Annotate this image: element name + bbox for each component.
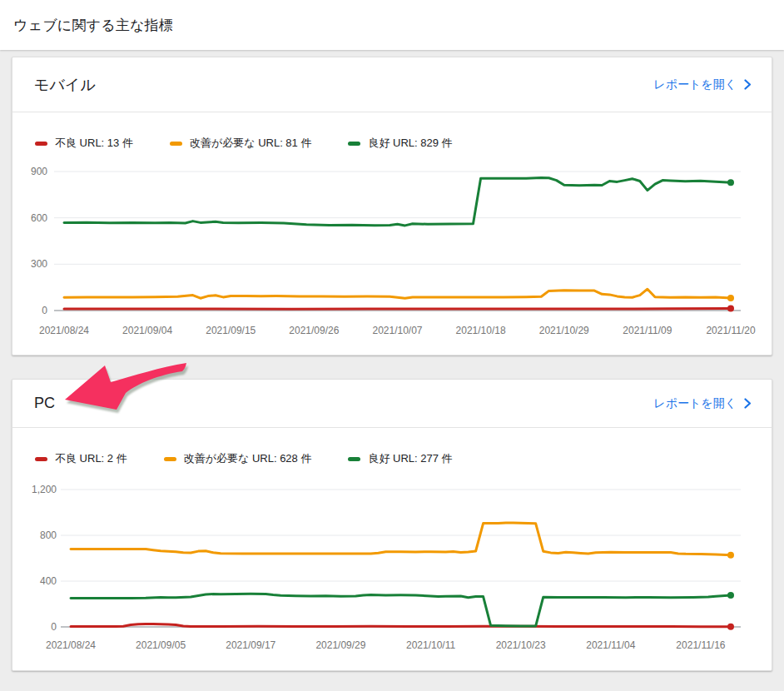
svg-text:2021/08/24: 2021/08/24 [46,639,96,651]
svg-text:900: 900 [31,166,47,177]
legend-label-needs-improvement: 改善が必要な URL: 81 件 [190,136,312,151]
card-mobile-header: モバイル レポートを開く [12,57,772,112]
svg-text:2021/11/16: 2021/11/16 [676,639,725,651]
card-pc-title: PC [34,395,55,412]
svg-text:2021/10/11: 2021/10/11 [406,639,455,651]
legend-swatch-poor [35,457,47,461]
legend-swatch-good [348,457,360,461]
svg-text:2021/09/15: 2021/09/15 [206,325,256,336]
svg-text:600: 600 [31,212,47,224]
open-report-link-pc[interactable]: レポートを開く [653,396,752,411]
svg-text:2021/11/09: 2021/11/09 [623,325,672,336]
card-mobile: モバイル レポートを開く 不良 URL: 13 件 改善が必要な URL: 81… [12,57,772,355]
chevron-right-icon [744,398,752,409]
svg-text:2021/11/20: 2021/11/20 [706,325,755,336]
chevron-right-icon [744,79,752,90]
legend-item-good[interactable]: 良好 URL: 829 件 [348,136,452,151]
legend-swatch-poor [35,142,47,146]
svg-text:2021/11/04: 2021/11/04 [586,639,635,651]
page-title: ウェブに関する主な指標 [13,16,173,35]
svg-text:2021/09/04: 2021/09/04 [122,325,172,336]
card-pc-header: PC レポートを開く [12,380,772,428]
svg-text:0: 0 [42,305,47,316]
page-header: ウェブに関する主な指標 [0,0,784,50]
svg-text:800: 800 [40,529,57,541]
svg-text:2021/10/07: 2021/10/07 [372,325,422,336]
legend-item-poor[interactable]: 不良 URL: 2 件 [35,451,127,466]
svg-text:2021/09/29: 2021/09/29 [315,639,365,651]
open-report-link-mobile[interactable]: レポートを開く [653,77,752,92]
svg-text:300: 300 [31,258,47,270]
legend-item-poor[interactable]: 不良 URL: 13 件 [35,136,133,151]
open-report-label: レポートを開く [653,77,737,92]
svg-text:2021/09/17: 2021/09/17 [226,639,275,651]
svg-text:2021/08/24: 2021/08/24 [39,325,89,336]
svg-text:2021/09/26: 2021/09/26 [289,325,339,336]
legend-item-needs-improvement[interactable]: 改善が必要な URL: 81 件 [170,136,312,151]
svg-text:2021/10/29: 2021/10/29 [539,325,589,336]
card-pc: PC レポートを開く 不良 URL: 2 件 改善が必要な URL: 628 件… [12,379,772,671]
svg-text:2021/10/18: 2021/10/18 [456,325,506,336]
legend-label-poor: 不良 URL: 13 件 [55,136,133,151]
legend-swatch-good [348,142,360,146]
svg-text:2021/09/05: 2021/09/05 [136,639,186,651]
legend-mobile: 不良 URL: 13 件 改善が必要な URL: 81 件 良好 URL: 82… [12,112,772,159]
svg-text:400: 400 [40,575,57,587]
svg-text:0: 0 [51,621,57,633]
card-mobile-title: モバイル [34,75,96,95]
legend-label-needs-improvement: 改善が必要な URL: 628 件 [184,451,312,466]
legend-item-good[interactable]: 良好 URL: 277 件 [348,451,452,466]
svg-text:2021/10/23: 2021/10/23 [496,639,546,651]
core-web-vitals-chart-pc: 04008001,2002021/08/242021/09/052021/09/… [12,475,772,658]
legend-label-good: 良好 URL: 277 件 [368,451,452,466]
legend-swatch-needs-improvement [170,142,182,146]
legend-pc: 不良 URL: 2 件 改善が必要な URL: 628 件 良好 URL: 27… [12,428,772,475]
svg-text:1,200: 1,200 [32,484,57,495]
legend-label-good: 良好 URL: 829 件 [368,136,452,151]
legend-label-poor: 不良 URL: 2 件 [55,451,127,466]
core-web-vitals-chart-mobile: 03006009002021/08/242021/09/042021/09/15… [12,159,772,338]
open-report-label: レポートを開く [653,396,737,411]
legend-swatch-needs-improvement [164,457,176,461]
legend-item-needs-improvement[interactable]: 改善が必要な URL: 628 件 [164,451,312,466]
